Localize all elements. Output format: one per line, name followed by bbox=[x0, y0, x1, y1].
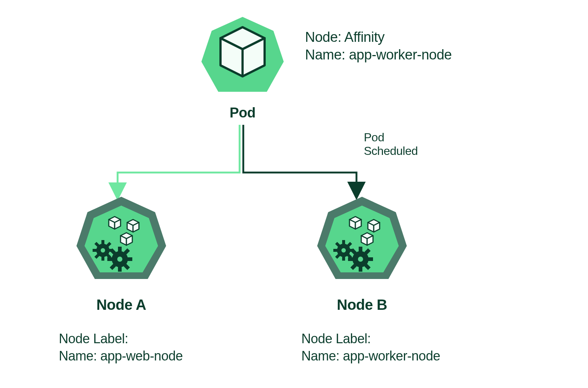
svg-rect-22 bbox=[342, 240, 345, 244]
pod-scheduled-line1: Pod bbox=[364, 131, 418, 144]
svg-rect-2 bbox=[101, 240, 104, 244]
svg-point-21 bbox=[341, 248, 346, 253]
svg-rect-34 bbox=[348, 257, 353, 261]
svg-rect-32 bbox=[359, 247, 362, 252]
arrow-to-node-b bbox=[0, 0, 588, 388]
svg-rect-14 bbox=[107, 257, 112, 261]
svg-point-1 bbox=[101, 248, 105, 253]
node-a-label-name: Name: app-web-node bbox=[59, 348, 183, 365]
pod-scheduled-label: Pod Scheduled bbox=[364, 131, 418, 158]
diagram-stage: Pod Node: Affinity Name: app-worker-node… bbox=[0, 0, 588, 388]
svg-rect-12 bbox=[118, 247, 122, 252]
node-a-block: Node A bbox=[66, 195, 176, 313]
svg-rect-23 bbox=[342, 256, 345, 261]
node-a-label-heading: Node Label: bbox=[59, 330, 183, 348]
node-b-label-name: Name: app-worker-node bbox=[301, 348, 440, 365]
node-a-title: Node A bbox=[66, 297, 176, 313]
node-b-block: Node B bbox=[307, 195, 417, 313]
node-a-label-block: Node Label: Name: app-web-node bbox=[59, 330, 183, 365]
node-b-title: Node B bbox=[307, 297, 417, 313]
pod-scheduled-line2: Scheduled bbox=[364, 144, 418, 158]
svg-point-11 bbox=[117, 257, 122, 262]
svg-rect-3 bbox=[101, 256, 104, 261]
svg-rect-15 bbox=[127, 257, 132, 261]
svg-rect-4 bbox=[93, 249, 97, 252]
node-b-label-heading: Node Label: bbox=[301, 330, 440, 348]
node-heptagon-icon bbox=[74, 195, 169, 290]
svg-rect-24 bbox=[333, 249, 338, 252]
node-b-label-block: Node Label: Name: app-worker-node bbox=[301, 330, 440, 365]
svg-rect-13 bbox=[118, 266, 122, 272]
node-heptagon-icon bbox=[314, 195, 410, 290]
svg-rect-33 bbox=[359, 266, 362, 272]
svg-point-31 bbox=[358, 257, 363, 262]
svg-rect-35 bbox=[368, 257, 373, 261]
